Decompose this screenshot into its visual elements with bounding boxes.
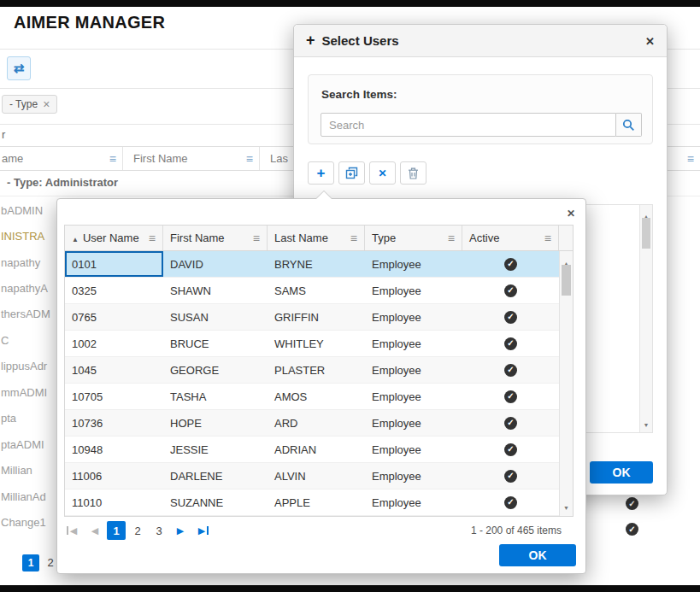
grid-cell-username[interactable]: 1045 xyxy=(65,357,163,383)
grid-cell-type[interactable]: Employee xyxy=(365,489,462,515)
bg-grid-cell[interactable]: Change1 xyxy=(0,509,56,535)
scroll-down-icon[interactable] xyxy=(640,415,652,431)
bg-grid-cell[interactable]: MillianAd xyxy=(0,484,56,509)
column-menu-icon[interactable] xyxy=(109,151,116,167)
grid-cell-username[interactable]: 10705 xyxy=(65,384,163,409)
grid-row[interactable]: 10736 HOPE ARD Employee xyxy=(65,410,573,437)
bg-grid-cell[interactable]: napathyA xyxy=(0,275,56,301)
pager-page-2[interactable]: 2 xyxy=(128,521,147,540)
grid-cell-firstname[interactable]: DAVID xyxy=(163,251,268,277)
grid-cell-firstname[interactable]: SUZANNE xyxy=(163,489,268,515)
bg-grid-cell[interactable]: thersADM xyxy=(0,302,56,327)
dialog-close-icon[interactable] xyxy=(645,33,655,49)
remove-button[interactable] xyxy=(369,161,396,185)
column-menu-icon[interactable] xyxy=(253,232,260,245)
grid-cell-username[interactable]: 0101 xyxy=(65,251,163,277)
pager-last-button[interactable] xyxy=(192,521,211,540)
bg-column-header-first-name[interactable]: First Name xyxy=(122,147,259,170)
add-all-button[interactable] xyxy=(338,161,365,185)
grid-cell-username[interactable]: 11006 xyxy=(65,463,163,489)
grid-cell-firstname[interactable]: TASHA xyxy=(163,384,268,409)
grid-cell-type[interactable]: Employee xyxy=(365,251,462,277)
grid-cell-type[interactable]: Employee xyxy=(365,410,462,436)
grid-cell-lastname[interactable]: ARD xyxy=(268,410,365,436)
grid-row[interactable]: 11006 DARLENE ALVIN Employee xyxy=(65,463,573,489)
grid-row[interactable]: 0325 SHAWN SAMS Employee xyxy=(65,278,573,304)
grid-cell-firstname[interactable]: JESSIE xyxy=(163,437,268,462)
bg-grid-cell[interactable]: napathy xyxy=(0,249,56,275)
grid-cell-lastname[interactable]: BRYNE xyxy=(268,251,365,277)
grid-cell-username[interactable]: 10948 xyxy=(65,437,163,462)
grid-cell-type[interactable]: Employee xyxy=(365,463,462,489)
bg-column-header-name[interactable]: ame xyxy=(0,147,122,170)
grid-cell-firstname[interactable]: SUSAN xyxy=(163,304,268,330)
popup-close-icon[interactable] xyxy=(567,205,575,220)
pager-page-3[interactable]: 3 xyxy=(150,521,168,540)
bg-pager-page-1[interactable]: 1 xyxy=(22,554,39,571)
column-menu-icon[interactable] xyxy=(246,151,253,167)
grid-cell-lastname[interactable]: PLASTER xyxy=(268,357,365,383)
grid-cell-firstname[interactable]: HOPE xyxy=(163,410,268,436)
bg-grid-cell[interactable]: lippusAdr xyxy=(0,354,56,379)
scrollbar-thumb[interactable] xyxy=(642,218,650,249)
delete-button[interactable] xyxy=(400,161,426,185)
column-header-user-name[interactable]: User Name xyxy=(65,226,163,250)
pager-next-button[interactable] xyxy=(171,521,190,540)
grid-row[interactable]: 0101 DAVID BRYNE Employee xyxy=(65,251,573,278)
grid-cell-type[interactable]: Employee xyxy=(365,357,462,383)
grid-cell-type[interactable]: Employee xyxy=(365,437,462,462)
grid-row[interactable]: 10948 JESSIE ADRIAN Employee xyxy=(65,437,573,463)
grid-row[interactable]: 1002 BRUCE WHITLEY Employee xyxy=(65,331,573,357)
grid-row[interactable]: 0765 SUSAN GRIFFIN Employee xyxy=(65,304,573,331)
bg-grid-cell[interactable]: pta xyxy=(0,406,56,431)
filter-chip-type[interactable]: - Type xyxy=(2,95,57,114)
column-menu-icon[interactable] xyxy=(687,151,694,167)
column-header-last-name[interactable]: Last Name xyxy=(268,226,365,250)
scroll-down-icon[interactable] xyxy=(560,498,573,513)
grid-row[interactable]: 10705 TASHA AMOS Employee xyxy=(65,384,573,410)
bg-grid-cell[interactable]: bADMIN xyxy=(0,197,56,223)
column-header-first-name[interactable]: First Name xyxy=(163,226,268,250)
grid-cell-lastname[interactable]: SAMS xyxy=(268,278,365,303)
grid-row[interactable]: 1045 GEORGE PLASTER Employee xyxy=(65,357,573,384)
grid-cell-firstname[interactable]: DARLENE xyxy=(163,463,268,489)
column-header-type[interactable]: Type xyxy=(365,226,462,250)
grid-cell-type[interactable]: Employee xyxy=(365,278,462,303)
bg-grid-cell[interactable]: Millian xyxy=(0,457,56,483)
grid-cell-type[interactable]: Employee xyxy=(365,331,462,356)
grid-cell-firstname[interactable]: GEORGE xyxy=(163,357,268,383)
dialog-ok-button[interactable]: OK xyxy=(590,461,653,484)
grid-cell-firstname[interactable]: SHAWN xyxy=(163,278,268,303)
grid-cell-lastname[interactable]: ADRIAN xyxy=(268,437,365,462)
search-input[interactable] xyxy=(321,113,616,137)
column-menu-icon[interactable] xyxy=(350,232,357,245)
grid-cell-lastname[interactable]: AMOS xyxy=(268,384,365,409)
grid-cell-lastname[interactable]: GRIFFIN xyxy=(268,304,365,330)
grid-cell-lastname[interactable]: WHITLEY xyxy=(268,331,365,356)
grid-cell-type[interactable]: Employee xyxy=(365,304,462,330)
grid-cell-firstname[interactable]: BRUCE xyxy=(163,331,268,356)
bg-column-header-right[interactable] xyxy=(675,147,700,170)
grid-row[interactable]: 11010 SUZANNE APPLE Employee xyxy=(65,489,573,516)
column-menu-icon[interactable] xyxy=(448,232,455,245)
search-button[interactable] xyxy=(616,113,642,137)
grid-cell-lastname[interactable]: ALVIN xyxy=(268,463,365,489)
bg-grid-cell[interactable]: mmADMI xyxy=(0,379,56,405)
bg-grid-cell[interactable]: INISTRA xyxy=(0,223,56,249)
scrollbar-thumb[interactable] xyxy=(562,265,571,296)
pager-page-1[interactable]: 1 xyxy=(107,521,126,540)
grid-cell-username[interactable]: 0765 xyxy=(65,304,163,330)
grid-cell-username[interactable]: 10736 xyxy=(65,410,163,436)
grid-cell-username[interactable]: 1002 xyxy=(65,331,163,356)
listbox-scrollbar[interactable] xyxy=(639,205,652,432)
grid-cell-lastname[interactable]: APPLE xyxy=(268,489,365,515)
grid-scrollbar[interactable] xyxy=(559,251,573,516)
column-menu-icon[interactable] xyxy=(544,232,551,245)
grid-cell-type[interactable]: Employee xyxy=(365,384,462,409)
popup-ok-button[interactable]: OK xyxy=(499,544,576,566)
column-menu-icon[interactable] xyxy=(149,232,156,245)
column-header-active[interactable]: Active xyxy=(462,226,559,250)
refresh-button[interactable] xyxy=(7,56,31,80)
bg-grid-cell[interactable]: ptaADMI xyxy=(0,431,56,457)
chip-remove-icon[interactable] xyxy=(43,97,50,111)
